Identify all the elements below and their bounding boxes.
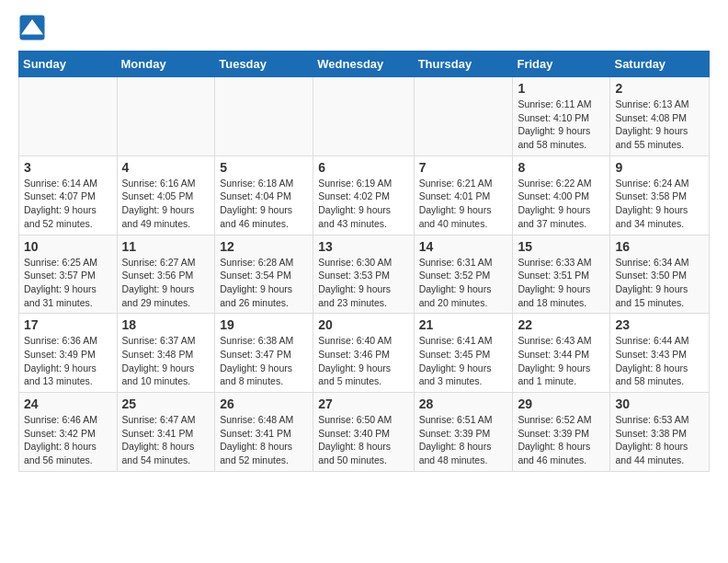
- day-cell: [313, 77, 414, 156]
- day-cell: 17Sunrise: 6:36 AM Sunset: 3:49 PM Dayli…: [19, 314, 118, 393]
- day-cell: 25Sunrise: 6:47 AM Sunset: 3:41 PM Dayli…: [117, 393, 215, 472]
- day-info: Sunrise: 6:28 AM Sunset: 3:54 PM Dayligh…: [220, 256, 308, 310]
- day-cell: 10Sunrise: 6:25 AM Sunset: 3:57 PM Dayli…: [19, 235, 118, 314]
- header-row: SundayMondayTuesdayWednesdayThursdayFrid…: [19, 52, 710, 77]
- day-info: Sunrise: 6:22 AM Sunset: 4:00 PM Dayligh…: [518, 177, 605, 231]
- day-number: 26: [220, 396, 308, 411]
- day-info: Sunrise: 6:24 AM Sunset: 3:58 PM Dayligh…: [615, 177, 704, 231]
- day-info: Sunrise: 6:19 AM Sunset: 4:02 PM Dayligh…: [318, 177, 408, 231]
- day-number: 14: [419, 239, 508, 254]
- calendar-header: SundayMondayTuesdayWednesdayThursdayFrid…: [19, 52, 710, 77]
- day-number: 29: [518, 396, 605, 411]
- header: [18, 14, 710, 41]
- day-info: Sunrise: 6:46 AM Sunset: 3:42 PM Dayligh…: [24, 413, 112, 467]
- day-number: 22: [518, 317, 605, 332]
- day-cell: [19, 77, 118, 156]
- day-number: 12: [220, 239, 308, 254]
- day-number: 1: [518, 81, 605, 96]
- day-cell: 9Sunrise: 6:24 AM Sunset: 3:58 PM Daylig…: [610, 155, 710, 235]
- day-cell: 2Sunrise: 6:13 AM Sunset: 4:08 PM Daylig…: [610, 77, 710, 156]
- day-info: Sunrise: 6:47 AM Sunset: 3:41 PM Dayligh…: [122, 413, 210, 467]
- day-info: Sunrise: 6:53 AM Sunset: 3:38 PM Dayligh…: [615, 413, 704, 467]
- day-info: Sunrise: 6:40 AM Sunset: 3:46 PM Dayligh…: [318, 334, 408, 388]
- day-cell: 7Sunrise: 6:21 AM Sunset: 4:01 PM Daylig…: [414, 155, 513, 235]
- day-number: 2: [615, 81, 704, 96]
- day-info: Sunrise: 6:41 AM Sunset: 3:45 PM Dayligh…: [419, 334, 508, 388]
- day-cell: 18Sunrise: 6:37 AM Sunset: 3:48 PM Dayli…: [117, 314, 215, 393]
- page-container: SundayMondayTuesdayWednesdayThursdayFrid…: [0, 0, 728, 486]
- header-cell-thursday: Thursday: [414, 52, 513, 77]
- logo: [18, 14, 48, 41]
- day-number: 5: [220, 160, 308, 175]
- day-number: 11: [122, 239, 210, 254]
- day-info: Sunrise: 6:33 AM Sunset: 3:51 PM Dayligh…: [518, 256, 605, 310]
- day-cell: 11Sunrise: 6:27 AM Sunset: 3:56 PM Dayli…: [117, 235, 215, 314]
- day-number: 19: [220, 317, 308, 332]
- week-row-1: 3Sunrise: 6:14 AM Sunset: 4:07 PM Daylig…: [19, 155, 710, 235]
- day-cell: 27Sunrise: 6:50 AM Sunset: 3:40 PM Dayli…: [313, 393, 414, 472]
- day-cell: 16Sunrise: 6:34 AM Sunset: 3:50 PM Dayli…: [610, 235, 710, 314]
- day-cell: 30Sunrise: 6:53 AM Sunset: 3:38 PM Dayli…: [610, 393, 710, 472]
- header-cell-monday: Monday: [117, 52, 215, 77]
- day-cell: 5Sunrise: 6:18 AM Sunset: 4:04 PM Daylig…: [215, 155, 313, 235]
- day-cell: 24Sunrise: 6:46 AM Sunset: 3:42 PM Dayli…: [19, 393, 118, 472]
- day-number: 28: [419, 396, 508, 411]
- day-info: Sunrise: 6:34 AM Sunset: 3:50 PM Dayligh…: [615, 256, 704, 310]
- day-number: 24: [24, 396, 112, 411]
- day-cell: 14Sunrise: 6:31 AM Sunset: 3:52 PM Dayli…: [414, 235, 513, 314]
- day-number: 10: [24, 239, 112, 254]
- day-cell: 26Sunrise: 6:48 AM Sunset: 3:41 PM Dayli…: [215, 393, 313, 472]
- day-info: Sunrise: 6:31 AM Sunset: 3:52 PM Dayligh…: [419, 256, 508, 310]
- calendar-body: 1Sunrise: 6:11 AM Sunset: 4:10 PM Daylig…: [19, 77, 710, 472]
- day-info: Sunrise: 6:36 AM Sunset: 3:49 PM Dayligh…: [24, 334, 112, 388]
- day-info: Sunrise: 6:52 AM Sunset: 3:39 PM Dayligh…: [518, 413, 605, 467]
- day-cell: 8Sunrise: 6:22 AM Sunset: 4:00 PM Daylig…: [513, 155, 610, 235]
- day-info: Sunrise: 6:44 AM Sunset: 3:43 PM Dayligh…: [615, 334, 704, 388]
- day-number: 16: [615, 239, 704, 254]
- day-number: 17: [24, 317, 112, 332]
- header-cell-saturday: Saturday: [610, 52, 710, 77]
- day-cell: 21Sunrise: 6:41 AM Sunset: 3:45 PM Dayli…: [414, 314, 513, 393]
- day-info: Sunrise: 6:51 AM Sunset: 3:39 PM Dayligh…: [419, 413, 508, 467]
- header-cell-friday: Friday: [513, 52, 610, 77]
- day-info: Sunrise: 6:25 AM Sunset: 3:57 PM Dayligh…: [24, 256, 112, 310]
- day-cell: 3Sunrise: 6:14 AM Sunset: 4:07 PM Daylig…: [19, 155, 118, 235]
- day-info: Sunrise: 6:11 AM Sunset: 4:10 PM Dayligh…: [518, 98, 605, 152]
- day-cell: 28Sunrise: 6:51 AM Sunset: 3:39 PM Dayli…: [414, 393, 513, 472]
- day-info: Sunrise: 6:30 AM Sunset: 3:53 PM Dayligh…: [318, 256, 408, 310]
- day-info: Sunrise: 6:37 AM Sunset: 3:48 PM Dayligh…: [122, 334, 210, 388]
- day-cell: 29Sunrise: 6:52 AM Sunset: 3:39 PM Dayli…: [513, 393, 610, 472]
- logo-icon: [18, 14, 46, 41]
- day-number: 20: [318, 317, 408, 332]
- day-number: 23: [615, 317, 704, 332]
- day-number: 3: [24, 160, 112, 175]
- day-info: Sunrise: 6:13 AM Sunset: 4:08 PM Dayligh…: [615, 98, 704, 152]
- day-info: Sunrise: 6:50 AM Sunset: 3:40 PM Dayligh…: [318, 413, 408, 467]
- day-cell: [414, 77, 513, 156]
- calendar-table: SundayMondayTuesdayWednesdayThursdayFrid…: [18, 51, 710, 472]
- day-cell: 13Sunrise: 6:30 AM Sunset: 3:53 PM Dayli…: [313, 235, 414, 314]
- day-info: Sunrise: 6:27 AM Sunset: 3:56 PM Dayligh…: [122, 256, 210, 310]
- day-cell: [117, 77, 215, 156]
- day-cell: 15Sunrise: 6:33 AM Sunset: 3:51 PM Dayli…: [513, 235, 610, 314]
- day-number: 15: [518, 239, 605, 254]
- day-number: 27: [318, 396, 408, 411]
- day-cell: 19Sunrise: 6:38 AM Sunset: 3:47 PM Dayli…: [215, 314, 313, 393]
- week-row-0: 1Sunrise: 6:11 AM Sunset: 4:10 PM Daylig…: [19, 77, 710, 156]
- day-cell: 23Sunrise: 6:44 AM Sunset: 3:43 PM Dayli…: [610, 314, 710, 393]
- day-cell: 12Sunrise: 6:28 AM Sunset: 3:54 PM Dayli…: [215, 235, 313, 314]
- day-info: Sunrise: 6:38 AM Sunset: 3:47 PM Dayligh…: [220, 334, 308, 388]
- day-cell: 22Sunrise: 6:43 AM Sunset: 3:44 PM Dayli…: [513, 314, 610, 393]
- header-cell-wednesday: Wednesday: [313, 52, 414, 77]
- day-number: 18: [122, 317, 210, 332]
- day-number: 25: [122, 396, 210, 411]
- header-cell-tuesday: Tuesday: [215, 52, 313, 77]
- day-cell: 1Sunrise: 6:11 AM Sunset: 4:10 PM Daylig…: [513, 77, 610, 156]
- day-cell: 4Sunrise: 6:16 AM Sunset: 4:05 PM Daylig…: [117, 155, 215, 235]
- header-cell-sunday: Sunday: [19, 52, 118, 77]
- day-number: 9: [615, 160, 704, 175]
- day-number: 30: [615, 396, 704, 411]
- day-info: Sunrise: 6:16 AM Sunset: 4:05 PM Dayligh…: [122, 177, 210, 231]
- day-number: 13: [318, 239, 408, 254]
- day-number: 21: [419, 317, 508, 332]
